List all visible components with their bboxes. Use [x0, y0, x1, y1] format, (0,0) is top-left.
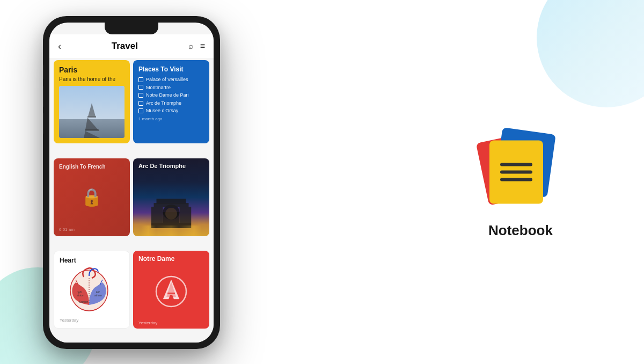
svg-text:atrium: atrium [77, 294, 84, 297]
header-actions: ⌕ ≡ [188, 41, 205, 51]
checkbox-2[interactable] [138, 85, 143, 90]
decorative-blob-top-right [537, 0, 644, 107]
note-places[interactable]: Places To Visit Palace of Versailles Mon… [133, 60, 209, 143]
svg-rect-11 [154, 203, 189, 207]
note-places-title: Places To Visit [138, 65, 204, 73]
checkbox-4[interactable] [138, 101, 143, 106]
app-name-label: Notebook [488, 222, 553, 239]
checkbox-3[interactable] [138, 93, 143, 98]
logo-line-2 [500, 171, 532, 174]
logo-line-3 [500, 178, 532, 181]
checklist-text-2: Montmartre [146, 84, 171, 91]
logo-card-yellow [489, 141, 543, 204]
note-arc-image [133, 158, 209, 236]
note-paris[interactable]: Paris Paris is the home of the [54, 60, 130, 143]
page-title: Travel [112, 41, 138, 52]
note-paris-title: Paris [59, 65, 125, 74]
phone-button-vol-down [43, 113, 43, 134]
notes-grid: Paris Paris is the home of the [49, 58, 214, 343]
checklist-item-1: Palace of Versailles [138, 76, 204, 83]
road-streaks [133, 225, 209, 236]
logo-line-1 [500, 163, 532, 166]
svg-marker-0 [88, 103, 96, 117]
checkbox-1[interactable] [138, 77, 143, 82]
checklist-item-4: Arc de Triomphe [138, 100, 204, 107]
phone-button-power [219, 81, 220, 113]
note-arc-title: Arc De Triomphe [138, 163, 186, 169]
phone-mockup: ‹ Travel ⌕ ≡ Paris Paris is the home of … [43, 16, 220, 349]
notebook-branding: Notebook [478, 126, 564, 239]
app-header: ‹ Travel ⌕ ≡ [49, 34, 214, 58]
checklist-item-2: Montmartre [138, 84, 204, 91]
phone-button-mute [43, 64, 43, 79]
svg-rect-1 [87, 116, 96, 118]
checklist-text-1: Palace of Versailles [146, 76, 188, 83]
menu-icon[interactable]: ≡ [200, 41, 205, 51]
svg-point-10 [165, 208, 177, 220]
checklist-text-4: Arc de Triomphe [146, 100, 181, 107]
back-button[interactable]: ‹ [58, 41, 61, 52]
svg-text:Septum: Septum [79, 300, 88, 303]
note-locked-timestamp: 6:01 am [59, 227, 75, 232]
svg-rect-12 [157, 199, 186, 203]
search-icon[interactable]: ⌕ [188, 41, 194, 51]
phone-screen: ‹ Travel ⌕ ≡ Paris Paris is the home of … [49, 23, 214, 343]
checklist-text-5: Musee d'Orsay [146, 107, 178, 114]
note-notredame-title: Notre Dame [138, 255, 174, 263]
notredame-sketch-icon [152, 271, 190, 309]
note-heart-timestamp: Yesterday [60, 318, 124, 323]
arc-triomphe-icon [151, 199, 192, 228]
note-places-timestamp: 1 month ago [138, 117, 204, 121]
svg-rect-7 [180, 207, 192, 223]
note-arc[interactable]: Arc De Triomphe [133, 158, 209, 236]
checklist-item-3: Notre Dame de Pari [138, 92, 204, 99]
note-heart-title: Heart [60, 257, 124, 264]
notebook-logo [478, 126, 564, 212]
checklist-item-5: Musee d'Orsay [138, 107, 204, 114]
checklist-text-3: Notre Dame de Pari [146, 92, 189, 99]
note-notredame[interactable]: Notre Dame Yesterday [133, 251, 209, 329]
phone-frame: ‹ Travel ⌕ ≡ Paris Paris is the home of … [43, 16, 220, 349]
note-paris-text: Paris is the home of the [59, 76, 125, 83]
eiffel-tower-icon [81, 103, 103, 138]
svg-marker-2 [85, 118, 98, 130]
phone-button-vol-up [43, 86, 43, 107]
note-notredame-timestamp: Yesterday [138, 321, 157, 325]
svg-rect-3 [85, 129, 99, 131]
note-locked[interactable]: English To French 🔒 6:01 am [54, 158, 130, 236]
svg-rect-6 [151, 207, 163, 223]
lock-icon: 🔒 [81, 187, 103, 207]
svg-text:atrium: atrium [94, 294, 102, 297]
svg-marker-4 [84, 131, 100, 138]
note-paris-image [59, 86, 125, 138]
checkbox-5[interactable] [138, 108, 143, 113]
note-locked-title: English To French [59, 164, 105, 170]
note-heart[interactable]: Heart [54, 251, 130, 329]
phone-notch [105, 23, 158, 34]
heart-drawing: right atrium left atrium Septum [60, 266, 124, 315]
